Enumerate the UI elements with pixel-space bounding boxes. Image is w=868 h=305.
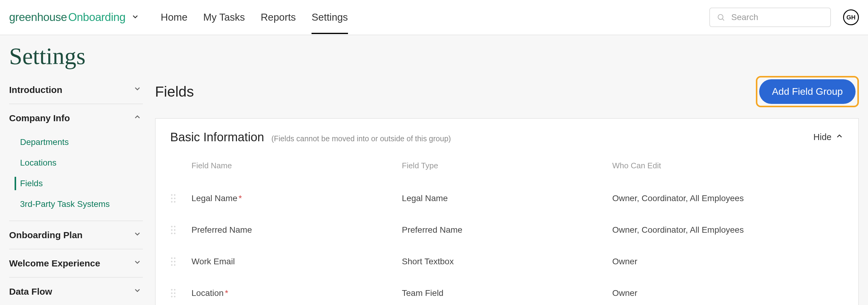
svg-point-25 [174, 296, 175, 297]
content: Fields Add Field Group Basic Information… [155, 76, 859, 305]
cell-field-type: Preferred Name [402, 225, 612, 235]
svg-point-10 [171, 229, 173, 231]
sidebar-header-data-flow[interactable]: Data Flow [9, 278, 143, 305]
cell-editors: Owner, Coordinator, All Employees [612, 225, 844, 235]
svg-point-2 [171, 194, 173, 196]
svg-point-20 [171, 289, 173, 291]
cell-field-name: Legal Name* [191, 194, 402, 203]
nav-tab-my-tasks[interactable]: My Tasks [203, 8, 245, 26]
chevron-down-icon [133, 258, 142, 269]
required-star-icon: * [239, 194, 242, 203]
field-table: Field Name Field Type Who Can Edit Legal… [170, 161, 844, 305]
sidebar-header-introduction[interactable]: Introduction [9, 76, 143, 104]
avatar-initials: GH [846, 14, 856, 21]
sidebar-header-onboarding-plan[interactable]: Onboarding Plan [9, 221, 143, 249]
col-field-name: Field Name [191, 161, 402, 170]
svg-point-22 [171, 292, 173, 294]
cell-editors: Owner [612, 257, 844, 266]
svg-point-24 [171, 296, 173, 297]
sidebar-item-departments[interactable]: Departments [9, 132, 143, 152]
cell-field-name: Location* [191, 288, 402, 298]
cell-field-name: Preferred Name [191, 225, 402, 235]
svg-point-6 [171, 201, 173, 203]
svg-point-15 [174, 257, 175, 259]
sidebar-section-introduction: Introduction [9, 76, 143, 104]
highlight-annotation: Add Field Group [756, 76, 859, 107]
table-header: Field Name Field Type Who Can Edit [170, 161, 844, 182]
sidebar-section-label: Welcome Experience [9, 258, 100, 269]
sidebar-section-label: Company Info [9, 113, 70, 123]
chevron-up-icon [835, 132, 844, 142]
svg-point-17 [174, 261, 175, 262]
hide-label: Hide [813, 132, 832, 142]
page-body: Settings Introduction Company Info [0, 35, 868, 305]
field-group-title: Basic Information [170, 130, 264, 144]
sidebar-section-label: Introduction [9, 85, 62, 95]
cell-field-type: Legal Name [402, 194, 612, 203]
content-title: Fields [155, 83, 194, 100]
sidebar-item-3rd-party-task-systems[interactable]: 3rd-Party Task Systems [9, 194, 143, 214]
cell-editors: Owner [612, 288, 844, 298]
table-row[interactable]: Location* Team Field Owner [170, 277, 844, 305]
brand-name-2: Onboarding [68, 11, 125, 24]
cell-field-name: Work Email [191, 257, 402, 266]
svg-point-19 [174, 264, 175, 266]
brand-name-1: greenhouse [9, 11, 67, 24]
table-row[interactable]: Work Email Short Textbox Owner [170, 246, 844, 277]
sidebar: Introduction Company Info Departments Lo… [9, 76, 143, 305]
chevron-down-icon [133, 286, 142, 297]
sidebar-section-welcome-experience: Welcome Experience [9, 249, 143, 278]
svg-point-11 [174, 229, 175, 231]
brand-switcher[interactable]: greenhouse Onboarding [9, 11, 140, 24]
col-who-can-edit: Who Can Edit [612, 161, 844, 170]
avatar[interactable]: GH [843, 9, 859, 25]
sidebar-section-onboarding-plan: Onboarding Plan [9, 221, 143, 249]
svg-point-12 [171, 233, 173, 234]
table-row[interactable]: Preferred Name Preferred Name Owner, Coo… [170, 214, 844, 246]
sidebar-section-data-flow: Data Flow [9, 278, 143, 305]
chevron-up-icon [133, 113, 142, 123]
svg-point-16 [171, 261, 173, 262]
hide-toggle[interactable]: Hide [813, 132, 844, 142]
nav-tab-home[interactable]: Home [161, 8, 188, 26]
required-star-icon: * [225, 288, 228, 298]
svg-point-8 [171, 226, 173, 227]
cell-field-type: Team Field [402, 288, 612, 298]
nav-tab-reports[interactable]: Reports [261, 8, 296, 26]
drag-handle-icon[interactable] [170, 194, 191, 203]
svg-point-13 [174, 233, 175, 234]
chevron-down-icon [133, 230, 142, 240]
sidebar-header-company-info[interactable]: Company Info [9, 104, 143, 132]
sidebar-item-fields[interactable]: Fields [9, 173, 143, 194]
cell-field-type: Short Textbox [402, 257, 612, 266]
cell-editors: Owner, Coordinator, All Employees [612, 194, 844, 203]
add-field-group-button[interactable]: Add Field Group [759, 79, 856, 104]
sidebar-section-company-info: Company Info Departments Locations Field… [9, 104, 143, 221]
svg-point-14 [171, 257, 173, 259]
sidebar-header-welcome-experience[interactable]: Welcome Experience [9, 249, 143, 277]
svg-point-4 [171, 198, 173, 199]
search-box[interactable] [709, 8, 831, 27]
svg-point-7 [174, 201, 175, 203]
sidebar-item-locations[interactable]: Locations [9, 152, 143, 173]
col-field-type: Field Type [402, 161, 612, 170]
drag-handle-icon[interactable] [170, 225, 191, 235]
svg-point-0 [718, 14, 723, 20]
drag-handle-icon[interactable] [170, 257, 191, 266]
svg-point-18 [171, 264, 173, 266]
svg-point-9 [174, 226, 175, 227]
search-icon [717, 13, 725, 22]
search-input[interactable] [731, 12, 824, 22]
drag-handle-icon[interactable] [170, 288, 191, 298]
page-title: Settings [0, 35, 868, 76]
svg-point-5 [174, 198, 175, 199]
table-row[interactable]: Legal Name* Legal Name Owner, Coordinato… [170, 182, 844, 214]
nav-tab-settings[interactable]: Settings [312, 8, 348, 26]
topbar: greenhouse Onboarding Home My Tasks Repo… [0, 0, 868, 35]
svg-point-23 [174, 292, 175, 294]
sidebar-section-label: Onboarding Plan [9, 230, 83, 240]
sidebar-section-label: Data Flow [9, 286, 52, 297]
svg-point-21 [174, 289, 175, 291]
svg-point-3 [174, 194, 175, 196]
main-nav: Home My Tasks Reports Settings [161, 8, 348, 26]
